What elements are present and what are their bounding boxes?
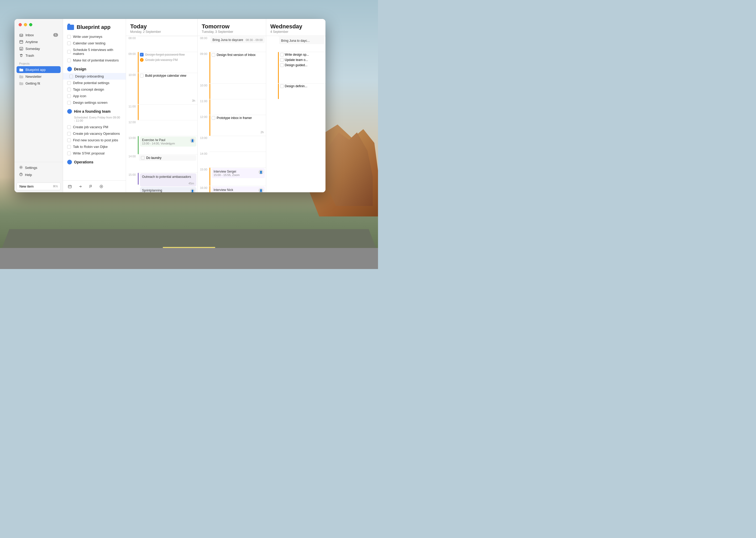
calendar-toolbar-btn[interactable] [66,183,73,190]
task-checkbox[interactable] [67,145,71,149]
task-do-laundry[interactable]: Do laundry [139,155,196,161]
bring-juna-wed-event[interactable]: Bring Juna to dayc... [279,37,324,44]
sidebar-item-trash[interactable]: Trash [17,52,61,59]
flag-toolbar-btn[interactable] [87,183,95,190]
task-label: Create job vacancy PM [73,125,108,129]
task-checkbox[interactable] [212,53,215,57]
event-avatar: 👤 [190,138,195,143]
task-calendar-user-testing[interactable]: Calendar user testing [63,40,126,46]
task-checkbox[interactable] [67,35,71,39]
tomorrow-header: Tomorrow Tuesday, 3 September [198,19,266,36]
task-update-team[interactable]: Update team o... [278,57,325,63]
exercise-event[interactable]: Exercise /w Paul 13:00 - 14:00, Vondelgy… [140,136,196,146]
task-write-user-journeys[interactable]: Write user journeys [63,33,126,40]
close-button[interactable] [19,23,22,26]
event-title: Sprintplanning [142,188,194,192]
task-checkbox[interactable] [212,116,215,120]
sidebar-item-someday[interactable]: Someday [17,45,61,52]
task-checkbox[interactable] [67,132,71,135]
task-checkbox[interactable] [69,75,73,78]
task-checkbox[interactable] [67,41,71,45]
section-design[interactable]: Design [63,64,126,73]
task-define-potential-settings[interactable]: Define potential settings [63,80,126,86]
duration-label: 45m [188,182,194,185]
maximize-button[interactable] [29,23,32,26]
section-design-onboarding[interactable]: Design onboarding [63,73,126,80]
time-content-15-tmr: Interview Sergei 15:00 - 15:55, Zoom 👤 [210,167,266,186]
minimize-button[interactable] [24,23,27,26]
time-label-16-tmr: 16:00 [198,186,210,192]
interview-sergei-event[interactable]: Interview Sergei 15:00 - 15:55, Zoom 👤 [212,168,265,178]
task-tags-concept-design[interactable]: Tags concept design [63,86,126,93]
task-prototype-inbox[interactable]: Prototype inbox in framer [210,115,266,121]
interview-nick-event[interactable]: Interview Nick 16:00 - 16:55, Google Mee… [212,187,265,192]
getting-fit-folder-icon [19,81,24,85]
task-checkbox[interactable] [140,74,144,78]
today-header: Today Monday, 2 September [126,19,197,36]
task-checkbox[interactable] [280,58,284,62]
task-label: Write STAK proposal [73,151,105,155]
time-content-8 [138,36,197,52]
task-checkbox[interactable] [67,88,71,91]
hire-globe-icon [67,109,72,114]
sidebar-item-blueprint[interactable]: Blueprint app [17,66,61,73]
event-avatar: 👤 [190,188,195,192]
task-checkbox[interactable] [280,53,284,56]
task-checkbox[interactable] [67,101,71,105]
add-toolbar-btn[interactable] [98,183,105,190]
event-time: 08:30 - 09:00 [246,38,263,41]
section-hire[interactable]: Hire a founding team [63,106,126,115]
task-checkbox[interactable] [67,59,71,62]
task-checkbox[interactable] [67,50,71,54]
task-design-inbox[interactable]: Design first version of Inbox [210,52,266,58]
task-talk-robin[interactable]: Talk to Robin van Dijke [63,143,126,150]
task-design-guided[interactable]: Design guided... [278,63,325,68]
task-potential-investors[interactable]: Make list of potential investors [63,57,126,64]
task-design-defining[interactable]: Design definin... [278,83,325,89]
task-checkbox[interactable] [67,125,71,129]
inbox-badge: 5 [53,33,58,37]
time-label-12: 12:00 [126,120,138,136]
hire-scheduled: Scheduled: Every Friday from 09:00 - 11:… [63,115,126,124]
task-checkbox[interactable] [280,63,284,67]
task-checkbox[interactable] [67,138,71,142]
task-label: Design onboarding [75,74,104,78]
new-item-button[interactable]: New item ⌘N [17,183,61,190]
time-label-12-tmr: 12:00 [198,115,210,136]
time-content-8-tmr: Bring Juna to daycare 08:30 - 09:00 [210,36,266,52]
sidebar-item-anytime[interactable]: Anytime [17,38,61,45]
project-name: Blueprint app [77,24,111,30]
task-forgot-password[interactable]: ✓ Design forgot password flow [138,52,197,57]
time-content-12-tmr: Prototype inbox in framer 2h [210,115,266,136]
task-checkbox[interactable] [67,81,71,85]
bring-juna-event[interactable]: Bring Juna to daycare 08:30 - 09:00 [211,37,265,43]
sidebar-item-settings[interactable]: Settings [17,164,61,171]
task-design-settings-screen[interactable]: Design settings screen [63,99,126,106]
arrow-toolbar-btn[interactable] [77,183,84,190]
task-write-design-sp[interactable]: Write design sp... [278,52,325,57]
operations-globe-icon [67,160,72,164]
task-build-prototype[interactable]: Build prototype calendar view [138,73,197,78]
sidebar-item-inbox[interactable]: Inbox 5 [17,31,61,38]
task-create-job-pm[interactable]: Create job vacancy PM [63,124,126,130]
task-checkbox[interactable] [67,94,71,98]
sidebar-item-getting-fit[interactable]: Getting fit [17,80,61,87]
task-create-job-operations[interactable]: Create job vacancy Operations [63,130,126,137]
time-slot-9: 09:00 ✓ Design forgot password flow ✓ [126,52,197,73]
time-content-11-tmr [210,99,266,115]
sprintplanning-event[interactable]: Sprintplanning 15:45 - 16:45 👤 [140,187,196,192]
project-header: Blueprint app [63,19,126,33]
task-schedule-interviews[interactable]: Schedule 5 interviews with makers [63,46,126,57]
sidebar-item-newsletter[interactable]: Newsletter [17,73,61,80]
task-find-sources[interactable]: Find new sources to post jobs [63,137,126,143]
section-operations[interactable]: Operations [63,157,126,166]
task-checkbox[interactable] [280,84,284,88]
sidebar-item-help[interactable]: Help [17,171,61,178]
task-create-vacancy-pm[interactable]: ✓ Create job vacancy PM [138,57,197,63]
time-slot-10: 10:00 Build prototype calendar view 3h [126,73,197,104]
task-checkbox[interactable] [67,152,71,155]
task-app-icon[interactable]: App icon [63,93,126,99]
task-checkbox[interactable] [141,156,145,160]
outreach-event[interactable]: Outreach to potential ambassadors 45m [140,173,196,187]
task-write-stak[interactable]: Write STAK proposal [63,150,126,157]
